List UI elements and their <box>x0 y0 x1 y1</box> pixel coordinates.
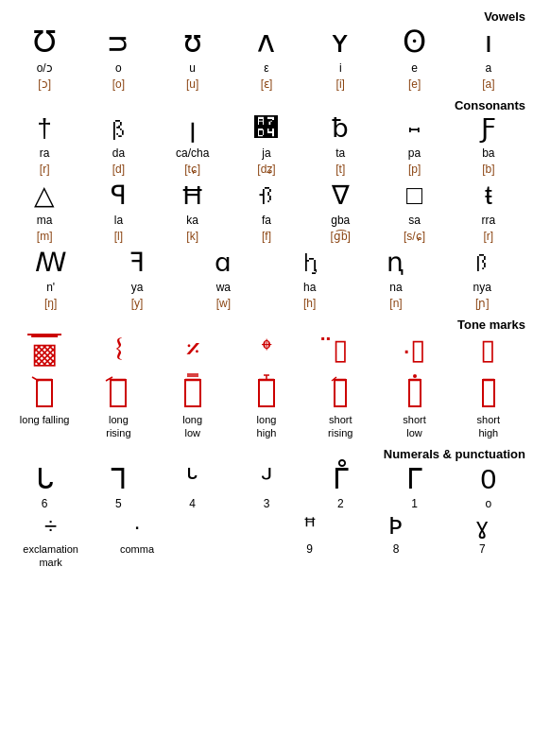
consonants-row3-labels: n' ya wa ha na nya <box>8 280 525 294</box>
numerals-row2: ÷ · ꟸ Ϸ ɣ <box>8 514 525 539</box>
vowel-ipa-5: [i] <box>303 77 377 91</box>
tone-labels-row: long falling longrising longlow longhigh… <box>8 412 525 440</box>
cons-r1c5: ƀ <box>303 114 377 144</box>
vowel-label-7: a <box>452 60 525 75</box>
vowel-ipa-3: [u] <box>156 77 230 91</box>
cons-r1c4: ꟔ <box>230 114 303 144</box>
vowel-cell-5: ʏ <box>303 26 377 59</box>
consonants-row1-ipa: [r] [d] [tɕ] [dʑ] [t] [p] [b] <box>8 162 525 176</box>
vowel-label-2: o <box>81 60 155 75</box>
vowel-cell-4: ʌ <box>230 26 303 59</box>
tone-cell-2: 𝄔 <box>83 334 154 365</box>
vowel-cell-7: ı <box>452 26 525 59</box>
tone-marks-label: Tone marks <box>8 318 525 332</box>
tone-mark-4 <box>253 372 280 410</box>
svg-rect-3 <box>111 380 126 406</box>
svg-rect-20 <box>483 380 494 406</box>
svg-point-19 <box>413 374 417 378</box>
numerals-row2-labels: exclamationmark comma 9 8 7 <box>8 541 525 570</box>
tone-cell-7: ▯ <box>453 334 524 365</box>
numerals-row1-labels: 6 5 4 3 2 1 o <box>8 496 525 510</box>
vowel-char-3: ʊ <box>183 26 202 59</box>
tone-chars-row: ▩ 𝄔 𝄎 𝄌 ̈▯ ∙▯ ▯ <box>8 334 525 370</box>
cons-r1c6: ꟷ <box>378 114 452 144</box>
svg-rect-14 <box>335 380 346 406</box>
consonants-row3-chars: ꟿ ꟻ ɑ ꞕ ꞑ Ꟗ <box>8 249 525 278</box>
svg-rect-17 <box>409 380 421 406</box>
vowel-char-7: ı <box>484 26 492 59</box>
vowel-cell-3: ʊ <box>156 26 230 59</box>
vowel-char-2: ᴝ <box>107 26 129 59</box>
vowel-ipa-2: [o] <box>81 77 155 91</box>
cons-r1c1: † <box>8 114 81 144</box>
vowel-label-5: i <box>303 60 377 75</box>
vowel-label-4: ε <box>230 60 303 75</box>
consonants-row2-ipa: [m] [l] [k] [f] [g͡b] [s/ɕ] [r] <box>8 229 525 243</box>
vowels-label: Vowels <box>8 9 525 24</box>
tone-cell-4: 𝄌 <box>231 334 301 365</box>
tone-mark-5 <box>331 372 350 410</box>
tone-mark-7 <box>479 372 498 410</box>
tone-mark-1 <box>31 372 58 410</box>
vowels-ipa-row: [ɔ] [o] [u] [ɛ] [i] [e] [a] <box>8 77 525 91</box>
vowel-cell-1: ℧ <box>8 26 81 59</box>
vowels-label-row: o/ɔ o u ε i e a <box>8 60 525 75</box>
vowel-ipa-1: [ɔ] <box>8 77 81 91</box>
cons-r1c7: Ƒ <box>452 114 525 144</box>
tone-mark-3 <box>180 372 206 410</box>
vowel-ipa-7: [a] <box>452 77 525 91</box>
vowel-char-1: ℧ <box>33 26 56 59</box>
numerals-label: Numerals & punctuation <box>8 447 525 461</box>
consonants-row3-ipa: [ŋ] [y] [w] [h] [n] [ɲ] <box>8 296 525 310</box>
svg-rect-0 <box>37 380 52 406</box>
consonants-row1-labels: ra da ca/cha ja ta pa ba <box>8 146 525 160</box>
consonants-row2-labels: ma la ka fa gba sa rra <box>8 213 525 227</box>
tone-cell-5: ̈▯ <box>305 334 376 365</box>
vowel-char-5: ʏ <box>331 26 350 59</box>
consonants-row2-chars: △ ꟼ Ħ ꟗ ∇ □ ŧ <box>8 181 525 211</box>
vowel-label-6: e <box>378 60 452 75</box>
vowel-label-1: o/ɔ <box>8 60 81 75</box>
vowel-char-6: ʘ <box>403 26 426 59</box>
page-container: Vowels ℧ ᴝ ʊ ʌ ʏ ʘ ı o/ɔ o u <box>8 9 525 569</box>
vowel-cell-2: ᴝ <box>81 26 155 59</box>
tone-cell-1: ▩ <box>9 334 80 370</box>
consonants-label: Consonants <box>8 98 525 112</box>
tone-mark-6 <box>405 372 424 410</box>
svg-rect-10 <box>259 380 274 406</box>
vowel-cell-6: ʘ <box>378 26 452 59</box>
consonants-row1-chars: † ꞵ ꞁ ꟔ ƀ ꟷ Ƒ <box>8 114 525 144</box>
vowel-char-4: ʌ <box>257 26 275 59</box>
numerals-row1-chars: ᒐ ᒣ ᒡ ᒢ ᒤ ᒥ 0 <box>8 463 525 494</box>
tone-mark-2 <box>105 372 131 410</box>
tone-cell-3: 𝄎 <box>157 334 228 365</box>
svg-rect-6 <box>185 380 200 406</box>
tone-cell-6: ∙▯ <box>379 334 450 365</box>
vowel-ipa-6: [e] <box>378 77 452 91</box>
cons-r1c3: ꞁ <box>156 114 230 144</box>
vowels-chars-row: ℧ ᴝ ʊ ʌ ʏ ʘ ı <box>8 26 525 59</box>
cons-r1c2: ꞵ <box>81 114 155 144</box>
vowel-label-3: u <box>156 60 230 75</box>
vowel-ipa-4: [ɛ] <box>230 77 303 91</box>
